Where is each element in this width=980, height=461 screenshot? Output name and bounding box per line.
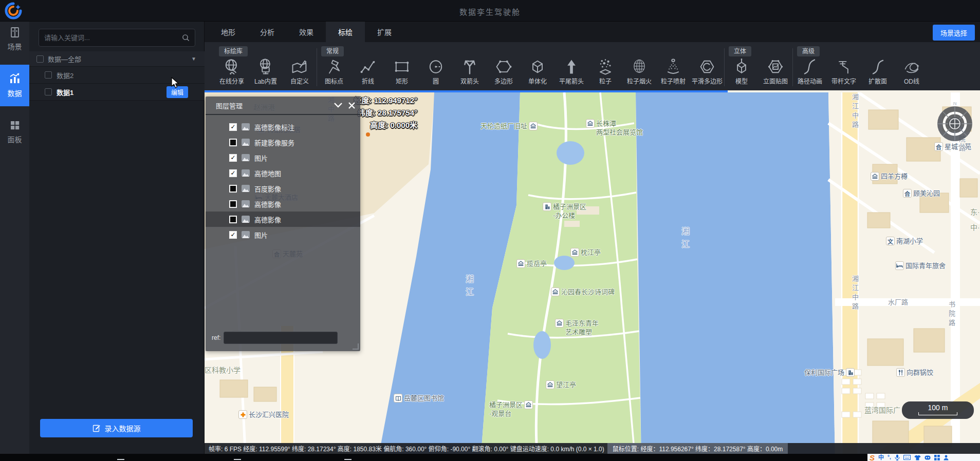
taskbar-window-tick[interactable] — [234, 459, 241, 460]
map-road-label: 水厂路 — [888, 297, 908, 306]
tool-在线分享[interactable]: 在线分享 — [215, 57, 249, 85]
tool-粒子烟火[interactable]: 粒子烟火 — [622, 57, 656, 85]
person-icon[interactable] — [944, 455, 949, 460]
tool-自定义[interactable]: 自定义 — [283, 57, 317, 85]
scene-select-button[interactable]: 场景选择 — [933, 25, 975, 41]
tool-立面贴图[interactable]: 立面贴图 — [759, 57, 792, 85]
tool-圆[interactable]: 圆 — [419, 57, 453, 85]
layer-row-图片[interactable]: ✓图片 — [206, 227, 360, 242]
keyboard-icon[interactable] — [903, 455, 911, 460]
tool-OD线[interactable]: OD线 — [895, 57, 929, 85]
sidebar-item-数据[interactable]: 数据 — [0, 65, 29, 106]
image-layer-icon — [242, 185, 250, 192]
item-checkbox[interactable] — [45, 71, 52, 79]
tool-平尾箭头[interactable]: 平尾箭头 — [554, 57, 588, 85]
layer-row-高德影像[interactable]: 高德影像 — [206, 196, 360, 212]
pin-icon — [325, 57, 343, 76]
search-icon[interactable] — [182, 34, 190, 42]
sogou-logo-icon[interactable]: S — [870, 454, 875, 461]
layer-row-图片[interactable]: ✓图片 — [206, 150, 360, 165]
add-datasource-button[interactable]: 录入数据源 — [40, 419, 193, 437]
taskbar-window-tick[interactable] — [117, 459, 124, 460]
left-rail: 场景数据面板 — [0, 22, 29, 454]
map-water-label: 湘江 — [678, 227, 691, 253]
layer-checkbox[interactable]: ✓ — [229, 231, 237, 239]
layer-checkbox[interactable]: ✓ — [229, 169, 237, 177]
layer-label: 高德地图 — [254, 168, 281, 178]
poi-pav-icon — [551, 287, 560, 296]
taskbar-window-tick[interactable] — [344, 459, 352, 460]
lab-globe-icon — [256, 57, 275, 76]
tool-粒子喷射[interactable]: 粒子喷射 — [656, 57, 690, 85]
custom-pencil-icon — [290, 57, 309, 76]
layer-label: 百度影像 — [254, 184, 281, 194]
map-poi-label: 沁园春长沙诗词碑 — [551, 287, 615, 296]
layer-checkbox[interactable]: ✓ — [229, 123, 237, 131]
tab-效果[interactable]: 效果 — [287, 22, 326, 42]
map-area-label: 蓝湾国际广 — [864, 405, 900, 415]
layer-checkbox[interactable] — [229, 200, 237, 208]
tool-路径动画[interactable]: 路径动画 — [793, 57, 827, 85]
tool-图标点[interactable]: 图标点 — [317, 57, 351, 85]
sidebar-item-场景[interactable]: 场景 — [0, 22, 29, 56]
map-poi-label: 橘子洲景区-办公楼 — [543, 202, 586, 220]
chevron-down-icon[interactable]: ▼ — [191, 56, 196, 62]
tree-root-checkbox[interactable] — [36, 55, 44, 63]
facade-icon — [766, 57, 785, 76]
layer-checkbox[interactable] — [229, 185, 237, 193]
poi-bldg-icon — [846, 368, 855, 377]
poi-pav-icon — [524, 400, 533, 409]
tool-多边形[interactable]: 多边形 — [487, 57, 521, 85]
map-poi-label: 毛泽东青年艺术雕塑 — [555, 319, 599, 336]
tool-扩散面[interactable]: 扩散面 — [861, 57, 895, 85]
search-input[interactable] — [39, 34, 182, 42]
skin-shirt-icon[interactable] — [914, 455, 921, 460]
ime-cn-mode-icon[interactable]: 中 — [878, 455, 884, 460]
microphone-icon[interactable] — [895, 454, 900, 460]
ref-input[interactable] — [224, 332, 338, 344]
ime-toolbar[interactable]: S 中 °, — [867, 454, 980, 461]
layer-checkbox[interactable] — [229, 216, 237, 223]
ref-label: ref: — [212, 334, 220, 341]
tool-group-高级: 高级路径动画带杆文字扩散面OD线 — [793, 42, 929, 86]
tree-root-row[interactable]: 数据—全部 ▼ — [29, 51, 205, 67]
layer-row-高德影像标注[interactable]: ✓高德影像标注 — [206, 119, 360, 135]
tab-扩展[interactable]: 扩展 — [365, 22, 404, 42]
tab-分析[interactable]: 分析 — [248, 22, 287, 42]
close-icon[interactable] — [348, 102, 355, 109]
tab-标绘[interactable]: 标绘 — [326, 22, 365, 42]
layer-checkbox[interactable] — [229, 139, 237, 146]
dialog-resize-handle[interactable] — [353, 343, 359, 350]
smooth-poly-icon — [698, 57, 716, 76]
image-layer-icon — [242, 169, 250, 177]
layer-row-新建影像服务[interactable]: 新建影像服务 — [206, 135, 360, 150]
toolbox-grid-icon[interactable] — [934, 455, 940, 460]
compass-control[interactable]: N — [934, 102, 975, 143]
tab-地形[interactable]: 地形 — [209, 22, 248, 42]
tool-双箭头[interactable]: 双箭头 — [453, 57, 487, 85]
sidebar-item-面板[interactable]: 面板 — [0, 114, 29, 149]
layer-row-高德影像[interactable]: 高德影像 — [206, 212, 360, 227]
poi-school-icon: 文 — [886, 237, 895, 245]
camera-status-text: 帧率: 6 FPS 经度: 112.95599° 纬度: 28.17234° 高… — [205, 444, 604, 453]
layer-checkbox[interactable]: ✓ — [229, 154, 237, 162]
collapse-icon[interactable] — [334, 103, 342, 108]
tool-矩形[interactable]: 矩形 — [385, 57, 419, 85]
tool-Lab内置[interactable]: Lab内置 — [249, 57, 283, 85]
tool-带杆文字[interactable]: 带杆文字 — [827, 57, 861, 85]
top-bar: 数据孪生驾驶舱 — [0, 0, 980, 22]
layer-label: 高德影像标注 — [254, 122, 294, 132]
layer-row-高德地图[interactable]: ✓高德地图 — [206, 165, 360, 181]
group-chip-立体: 立体 — [729, 46, 751, 56]
tool-平滑多边形[interactable]: 平滑多边形 — [690, 57, 724, 85]
tool-粒子[interactable]: 粒子 — [588, 57, 622, 85]
poi-home-icon: 合 — [934, 142, 943, 151]
layer-row-百度影像[interactable]: 百度影像 — [206, 181, 360, 196]
robot-face-icon[interactable] — [924, 455, 931, 460]
tool-group-标绘库: 标绘库在线分享Lab内置自定义 — [215, 42, 317, 86]
tool-折线[interactable]: 折线 — [351, 57, 385, 85]
tool-单体化[interactable]: 单体化 — [521, 57, 554, 85]
tool-模型[interactable]: 模型 — [725, 57, 759, 85]
ime-punctuation-icon[interactable]: °, — [887, 455, 891, 460]
item-checkbox[interactable] — [45, 88, 52, 95]
